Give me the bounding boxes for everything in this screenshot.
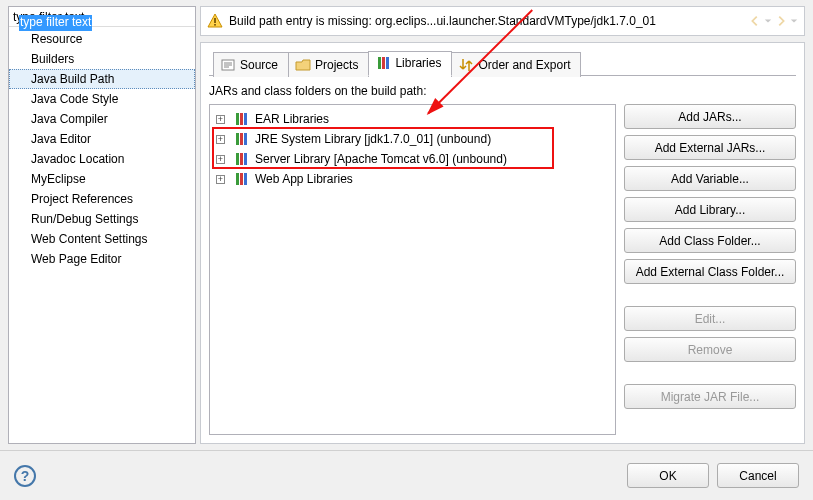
- source-icon: [220, 57, 236, 73]
- tab-label: Order and Export: [478, 58, 570, 72]
- svg-rect-12: [236, 153, 239, 165]
- sidebar-item-resource[interactable]: Resource: [9, 29, 195, 49]
- svg-rect-17: [244, 173, 247, 185]
- filter-text-input[interactable]: [9, 7, 195, 27]
- library-item-jre[interactable]: + JRE System Library [jdk1.7.0_01] (unbo…: [214, 129, 611, 149]
- nav-forward-icon[interactable]: [774, 14, 788, 28]
- library-item-ear[interactable]: + EAR Libraries: [214, 109, 611, 129]
- cancel-button[interactable]: Cancel: [717, 463, 799, 488]
- svg-rect-3: [378, 57, 381, 69]
- add-class-folder-button[interactable]: Add Class Folder...: [624, 228, 796, 253]
- library-buttons: Add JARs... Add External JARs... Add Var…: [624, 104, 796, 435]
- library-item-server[interactable]: + Server Library [Apache Tomcat v6.0] (u…: [214, 149, 611, 169]
- sidebar-item-web-content-settings[interactable]: Web Content Settings: [9, 229, 195, 249]
- library-item-webapp[interactable]: + Web App Libraries: [214, 169, 611, 189]
- dropdown-icon[interactable]: [790, 17, 798, 25]
- expand-icon[interactable]: +: [216, 155, 225, 164]
- sidebar-item-java-build-path[interactable]: Java Build Path: [9, 69, 195, 89]
- libraries-list[interactable]: + EAR Libraries + JRE System Library [jd…: [209, 104, 616, 435]
- edit-button: Edit...: [624, 306, 796, 331]
- add-external-jars-button[interactable]: Add External JARs...: [624, 135, 796, 160]
- add-variable-button[interactable]: Add Variable...: [624, 166, 796, 191]
- libraries-icon: [375, 55, 391, 71]
- library-icon: [233, 171, 249, 187]
- sidebar-item-web-page-editor[interactable]: Web Page Editor: [9, 249, 195, 269]
- tab-libraries[interactable]: Libraries: [368, 51, 452, 76]
- tab-source[interactable]: Source: [213, 52, 289, 77]
- tab-order-export[interactable]: Order and Export: [451, 52, 581, 77]
- svg-rect-10: [240, 133, 243, 145]
- svg-rect-14: [244, 153, 247, 165]
- svg-rect-5: [386, 57, 389, 69]
- svg-rect-8: [244, 113, 247, 125]
- category-tree[interactable]: Resource Builders Java Build Path Java C…: [9, 27, 195, 443]
- category-sidebar: type filter text Resource Builders Java …: [8, 6, 196, 444]
- tab-projects[interactable]: Projects: [288, 52, 369, 77]
- expand-icon[interactable]: +: [216, 135, 225, 144]
- svg-rect-4: [382, 57, 385, 69]
- warning-text: Build path entry is missing: org.eclips.…: [223, 14, 748, 28]
- build-path-panel: Source Projects Libraries Order and Expo…: [200, 42, 805, 444]
- sidebar-item-java-editor[interactable]: Java Editor: [9, 129, 195, 149]
- sidebar-item-java-compiler[interactable]: Java Compiler: [9, 109, 195, 129]
- help-icon[interactable]: ?: [14, 465, 36, 487]
- add-library-button[interactable]: Add Library...: [624, 197, 796, 222]
- order-export-icon: [458, 57, 474, 73]
- dialog-footer: ? OK Cancel: [0, 450, 813, 500]
- add-external-class-folder-button[interactable]: Add External Class Folder...: [624, 259, 796, 284]
- tab-bar: Source Projects Libraries Order and Expo…: [209, 51, 796, 76]
- svg-rect-16: [240, 173, 243, 185]
- svg-rect-13: [240, 153, 243, 165]
- dropdown-icon[interactable]: [764, 17, 772, 25]
- library-label: EAR Libraries: [255, 111, 329, 127]
- expand-icon[interactable]: +: [216, 175, 225, 184]
- tab-label: Source: [240, 58, 278, 72]
- projects-icon: [295, 57, 311, 73]
- sidebar-item-java-code-style[interactable]: Java Code Style: [9, 89, 195, 109]
- svg-rect-6: [236, 113, 239, 125]
- warning-banner: Build path entry is missing: org.eclips.…: [200, 6, 805, 36]
- warning-icon: [207, 13, 223, 29]
- tab-label: Libraries: [395, 56, 441, 70]
- ok-button[interactable]: OK: [627, 463, 709, 488]
- library-icon: [233, 151, 249, 167]
- sidebar-item-myeclipse[interactable]: MyEclipse: [9, 169, 195, 189]
- remove-button: Remove: [624, 337, 796, 362]
- library-icon: [233, 111, 249, 127]
- svg-rect-1: [214, 24, 216, 26]
- svg-rect-7: [240, 113, 243, 125]
- svg-rect-15: [236, 173, 239, 185]
- library-label: Web App Libraries: [255, 171, 353, 187]
- svg-rect-0: [214, 18, 216, 23]
- library-icon: [233, 131, 249, 147]
- library-label: Server Library [Apache Tomcat v6.0] (unb…: [255, 151, 507, 167]
- jars-heading: JARs and class folders on the build path…: [209, 84, 796, 98]
- tab-label: Projects: [315, 58, 358, 72]
- sidebar-item-run-debug-settings[interactable]: Run/Debug Settings: [9, 209, 195, 229]
- expand-icon[interactable]: +: [216, 115, 225, 124]
- svg-rect-9: [236, 133, 239, 145]
- migrate-jar-button: Migrate JAR File...: [624, 384, 796, 409]
- svg-rect-11: [244, 133, 247, 145]
- sidebar-item-javadoc-location[interactable]: Javadoc Location: [9, 149, 195, 169]
- nav-back-icon[interactable]: [748, 14, 762, 28]
- sidebar-item-project-references[interactable]: Project References: [9, 189, 195, 209]
- sidebar-item-builders[interactable]: Builders: [9, 49, 195, 69]
- add-jars-button[interactable]: Add JARs...: [624, 104, 796, 129]
- library-label: JRE System Library [jdk1.7.0_01] (unboun…: [255, 131, 491, 147]
